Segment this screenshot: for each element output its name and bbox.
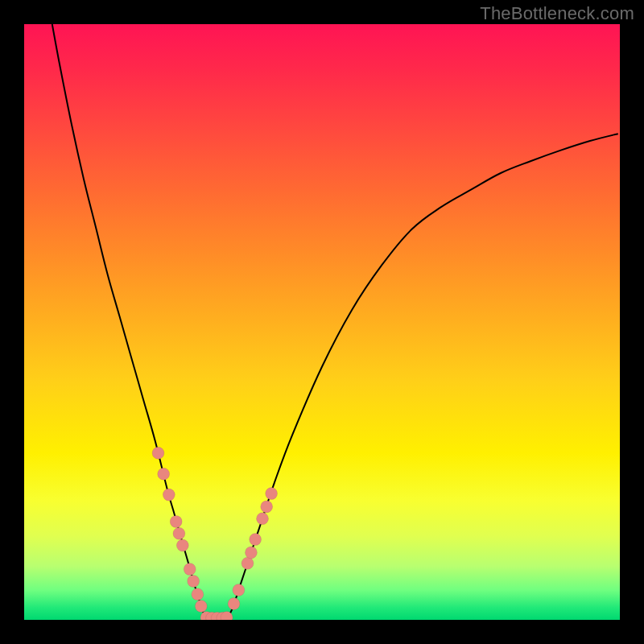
data-point-dot [173, 527, 185, 539]
data-point-dot [233, 584, 245, 597]
data-point-dot [250, 534, 262, 546]
curve-right-arm [228, 134, 618, 617]
chart-frame: TheBottleneck.com [0, 0, 644, 644]
data-point-dot [257, 513, 269, 525]
data-point-dot [266, 488, 278, 500]
plot-area [24, 24, 620, 620]
data-point-dot [184, 564, 196, 576]
data-point-dot [195, 600, 207, 612]
data-point-dot [242, 557, 254, 569]
data-point-dot [245, 547, 257, 559]
data-point-dot [188, 575, 200, 587]
data-point-dot [176, 539, 188, 551]
watermark-text: TheBottleneck.com [480, 3, 634, 24]
data-point-dot [163, 489, 175, 501]
data-point-dot [261, 501, 273, 513]
data-point-dot [158, 468, 170, 480]
scatter-dots [152, 447, 278, 620]
chart-svg [24, 24, 620, 620]
data-point-dot [152, 447, 164, 459]
data-point-dot [170, 515, 182, 527]
data-point-dot [192, 588, 204, 601]
data-point-dot [228, 598, 240, 610]
